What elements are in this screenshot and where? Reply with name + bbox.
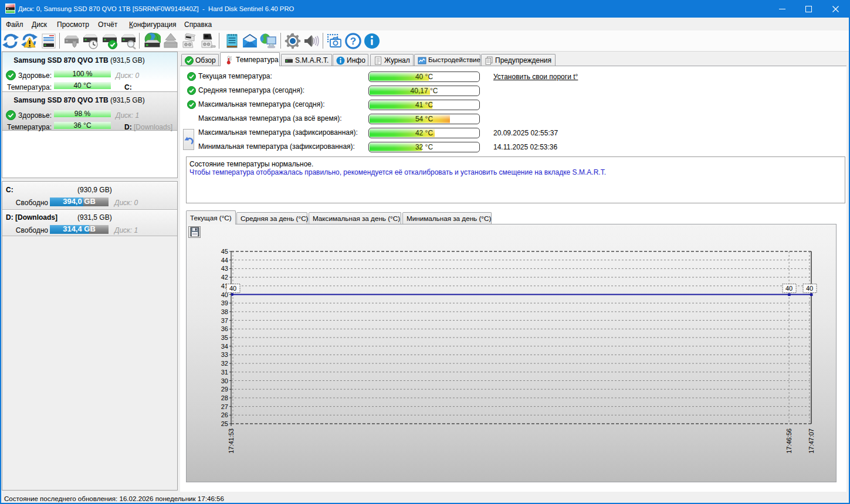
svg-text:29: 29 (221, 386, 228, 393)
svg-text:33: 33 (221, 351, 228, 358)
svg-text:31: 31 (221, 369, 228, 376)
svg-text:36: 36 (221, 325, 228, 332)
svg-text:30: 30 (221, 377, 228, 384)
svg-text:38: 38 (221, 308, 228, 315)
svg-text:40: 40 (229, 285, 236, 292)
svg-text:40: 40 (785, 285, 793, 292)
svg-text:34: 34 (221, 343, 228, 350)
svg-text:?: ? (350, 36, 356, 47)
svg-text:32: 32 (221, 360, 228, 367)
svg-text:17:41:53: 17:41:53 (228, 428, 235, 454)
svg-text:37: 37 (221, 317, 228, 324)
svg-text:45: 45 (221, 248, 228, 255)
svg-text:43: 43 (221, 265, 228, 272)
svg-text:39: 39 (221, 299, 228, 307)
svg-text:17:47:07: 17:47:07 (808, 428, 815, 454)
svg-text:44: 44 (221, 257, 228, 264)
svg-text:35: 35 (221, 334, 228, 341)
svg-text:40: 40 (806, 285, 813, 292)
svg-text:28: 28 (221, 394, 228, 401)
svg-text:27: 27 (221, 403, 228, 410)
svg-text:26: 26 (221, 411, 228, 418)
svg-text:17:46:56: 17:46:56 (785, 428, 793, 454)
svg-text:42: 42 (221, 274, 228, 281)
svg-text:25: 25 (221, 420, 228, 427)
